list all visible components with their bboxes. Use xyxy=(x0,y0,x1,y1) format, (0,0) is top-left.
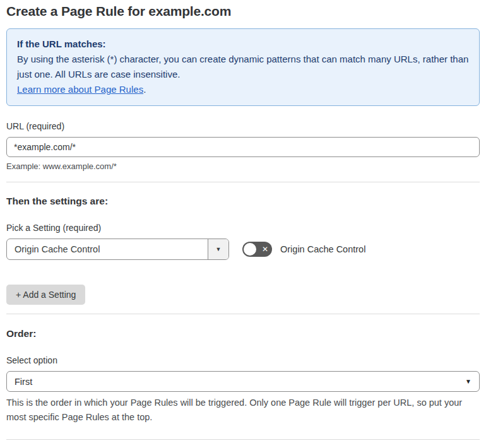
info-link-line: Learn more about Page Rules. xyxy=(17,82,469,97)
toggle-off-x-icon: ✕ xyxy=(262,242,268,257)
origin-cache-control-toggle[interactable]: ✕ xyxy=(242,242,272,257)
learn-more-link[interactable]: Learn more about Page Rules xyxy=(17,84,143,95)
divider xyxy=(6,182,480,182)
info-box-body: By using the asterisk (*) character, you… xyxy=(17,52,469,82)
order-select-label: Select option xyxy=(6,355,480,365)
setting-row: Origin Cache Control ▼ ✕ Origin Cache Co… xyxy=(6,239,480,260)
caret-down-icon: ▼ xyxy=(216,246,222,252)
order-section: Order: Select option First ▼ This is the… xyxy=(6,328,480,425)
settings-heading: Then the settings are: xyxy=(6,196,480,207)
url-section: URL (required) Example: www.example.com/… xyxy=(6,121,480,171)
page-title: Create a Page Rule for example.com xyxy=(6,4,480,19)
add-setting-button[interactable]: + Add a Setting xyxy=(6,285,85,305)
link-suffix: . xyxy=(143,84,146,95)
order-heading: Order: xyxy=(6,328,480,339)
order-select-value: First xyxy=(15,377,32,387)
caret-down-icon: ▼ xyxy=(465,378,471,385)
divider xyxy=(6,439,480,440)
settings-section: Then the settings are: Pick a Setting (r… xyxy=(6,196,480,305)
pick-setting-label: Pick a Setting (required) xyxy=(6,223,480,233)
page-rule-form: Create a Page Rule for example.com If th… xyxy=(0,0,486,448)
info-box-heading: If the URL matches: xyxy=(17,37,469,52)
divider xyxy=(6,314,480,314)
order-helper-text: This is the order in which your Page Rul… xyxy=(6,396,478,425)
setting-select[interactable]: Origin Cache Control ▼ xyxy=(6,239,229,260)
url-label: URL (required) xyxy=(6,121,480,131)
toggle-knob xyxy=(244,243,256,256)
order-select[interactable]: First ▼ xyxy=(6,371,480,392)
setting-select-arrow-button[interactable]: ▼ xyxy=(208,239,228,259)
url-match-info-box: If the URL matches: By using the asteris… xyxy=(6,28,480,106)
toggle-label: Origin Cache Control xyxy=(280,244,365,254)
url-helper-text: Example: www.example.com/* xyxy=(6,162,480,171)
url-input[interactable] xyxy=(6,137,480,157)
setting-select-value: Origin Cache Control xyxy=(7,239,208,259)
